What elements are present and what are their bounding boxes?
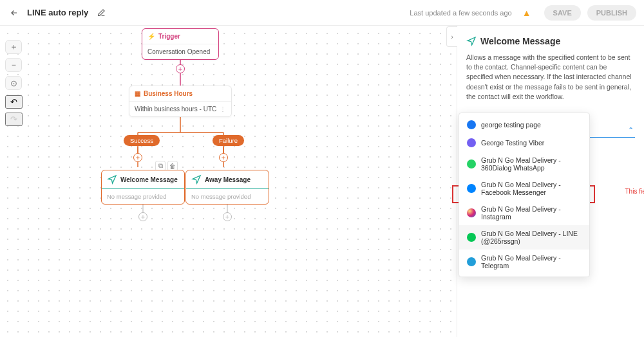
channel-option-label: george testing page	[481, 121, 541, 129]
channel-option[interactable]: George Testing Viber	[459, 134, 589, 152]
trigger-icon: ⚡	[147, 33, 155, 40]
add-after-welcome[interactable]: +	[138, 212, 147, 221]
side-panel: › Welcome Message Allows a message with …	[457, 26, 644, 337]
zoom-in-button[interactable]: ＋	[5, 40, 22, 54]
channel-option[interactable]: Grub N Go Meal Delivery - Instagram	[459, 201, 589, 225]
calendar-icon: ▦	[135, 90, 140, 97]
warning-icon: ▲	[522, 8, 531, 18]
trigger-body: Conversation Opened	[142, 44, 218, 59]
channel-option[interactable]: george testing page	[459, 116, 589, 134]
publish-button[interactable]: PUBLISH	[587, 5, 636, 21]
node-away-message[interactable]: Away Message No message provided	[185, 170, 269, 205]
channel-option[interactable]: Grub N Go Meal Delivery - Facebook Messe…	[459, 176, 589, 201]
field-error-text: This field is required	[625, 188, 644, 195]
channel-icon	[467, 257, 476, 266]
edit-title-button[interactable]	[95, 6, 108, 19]
collapse-panel-button[interactable]: ›	[446, 26, 457, 47]
channel-icon	[467, 159, 476, 168]
branch-success[interactable]: Success	[124, 135, 160, 146]
add-success-step[interactable]: +	[133, 153, 142, 162]
node-welcome-message[interactable]: Welcome Message No message provided	[101, 170, 185, 205]
undo-button[interactable]: ↶	[5, 95, 23, 109]
zoom-out-button[interactable]: －	[5, 58, 22, 72]
away-title: Away Message	[205, 176, 251, 183]
send-icon	[466, 36, 477, 46]
redo-button[interactable]: ↷	[5, 113, 23, 126]
channel-option[interactable]: Grub N Go Meal Delivery - Telegram	[459, 250, 589, 274]
save-button[interactable]: SAVE	[544, 5, 581, 21]
node-business-hours[interactable]: ▦Business Hours Within business hours - …	[129, 86, 232, 117]
channel-option-label: George Testing Viber	[481, 139, 544, 147]
workflow-title: LINE auto reply	[27, 8, 88, 17]
top-bar: LINE auto reply Last updated a few secon…	[0, 0, 644, 26]
workflow-canvas[interactable]: ＋ － ⊙ ↶ ↷ ⚡Trigger Conversation Opened +…	[0, 26, 457, 337]
add-after-trigger[interactable]: +	[176, 64, 185, 73]
away-body: No message provided	[186, 189, 269, 204]
back-button[interactable]	[8, 6, 21, 19]
send-icon	[191, 174, 202, 185]
chevron-up-icon: ⌃	[628, 126, 634, 134]
channel-icon	[467, 120, 476, 129]
last-updated-text: Last updated a few seconds ago	[410, 9, 511, 17]
send-icon	[107, 174, 117, 185]
add-failure-step[interactable]: +	[219, 153, 228, 162]
welcome-body: No message provided	[102, 189, 184, 204]
channel-option-label: Grub N Go Meal Delivery - Instagram	[481, 205, 582, 221]
panel-title: Welcome Message	[466, 36, 635, 46]
channel-option[interactable]: Grub N Go Meal Delivery - 360Dialog What…	[459, 152, 589, 176]
channel-option-label: Grub N Go Meal Delivery - LINE (@265rssg…	[481, 230, 582, 245]
drag-handle-icon[interactable]: ⋮	[220, 105, 226, 113]
hours-body: Within business hours - UTC	[135, 105, 216, 113]
branch-failure[interactable]: Failure	[213, 135, 244, 146]
channel-icon	[467, 184, 476, 193]
hours-title: Business Hours	[144, 90, 193, 97]
channel-option-label: Grub N Go Meal Delivery - Telegram	[481, 254, 582, 269]
welcome-title: Welcome Message	[120, 176, 178, 183]
channel-dropdown: george testing pageGeorge Testing ViberG…	[459, 113, 590, 277]
channel-option-label: Grub N Go Meal Delivery - Facebook Messe…	[481, 181, 582, 196]
channel-icon	[467, 233, 476, 242]
panel-description: Allows a message with the specified cont…	[466, 53, 635, 102]
channel-icon	[467, 138, 476, 147]
channel-icon	[467, 208, 476, 217]
fit-view-button[interactable]: ⊙	[5, 76, 22, 90]
trigger-title: Trigger	[158, 33, 180, 40]
node-trigger[interactable]: ⚡Trigger Conversation Opened	[142, 28, 219, 60]
add-after-away[interactable]: +	[223, 212, 232, 221]
channel-option[interactable]: Grub N Go Meal Delivery - LINE (@265rssg…	[459, 225, 589, 250]
panel-title-text: Welcome Message	[480, 36, 560, 46]
channel-option-label: Grub N Go Meal Delivery - 360Dialog What…	[481, 156, 582, 172]
